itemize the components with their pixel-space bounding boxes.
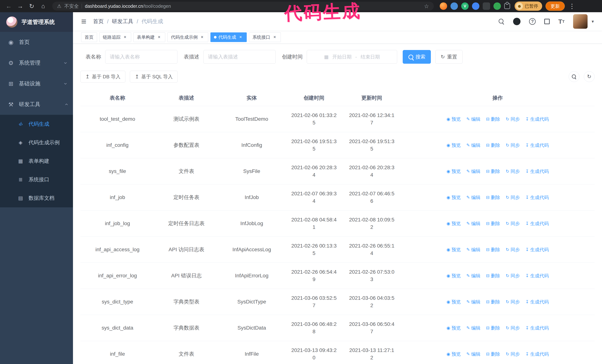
sidebar-item-system-api[interactable]: ≣ 系统接口 <box>0 170 73 189</box>
extension-icon-6[interactable] <box>494 2 501 10</box>
delete-link[interactable]: ⊟删除 <box>486 220 500 227</box>
preview-link[interactable]: ◉预览 <box>446 167 461 175</box>
breadcrumb-devtools[interactable]: 研发工具 <box>112 18 133 25</box>
delete-link[interactable]: ⊟删除 <box>486 324 500 332</box>
breadcrumb-home[interactable]: 首页 <box>93 18 104 25</box>
extension-icon-4[interactable] <box>472 2 479 10</box>
sidebar-item-infra[interactable]: ⊞ 基础设施 › <box>0 73 73 94</box>
address-bar[interactable]: ⚠ 不安全 dashboard.yudao.iocoder.cn/tool/co… <box>52 2 434 10</box>
extension-icon-1[interactable] <box>440 2 447 10</box>
preview-link[interactable]: ◉预览 <box>446 298 461 305</box>
security-label[interactable]: 不安全 <box>64 3 79 10</box>
generate-code-link[interactable]: ↧生成代码 <box>525 141 549 149</box>
edit-link[interactable]: ✎编辑 <box>466 167 480 175</box>
browser-menu-icon[interactable]: ⋮ <box>569 2 575 10</box>
generate-code-link[interactable]: ↧生成代码 <box>525 298 549 305</box>
edit-link[interactable]: ✎编辑 <box>466 194 480 201</box>
date-range-picker[interactable]: ▦ 开始日期 - 结束日期 <box>307 50 397 64</box>
sync-link[interactable]: ↻同步 <box>506 246 520 253</box>
edit-link[interactable]: ✎编辑 <box>466 324 480 332</box>
close-icon[interactable]: × <box>200 35 205 40</box>
sync-link[interactable]: ↻同步 <box>506 194 520 201</box>
preview-link[interactable]: ◉预览 <box>446 115 461 123</box>
hamburger-icon[interactable]: ≡ <box>81 17 86 26</box>
url-text[interactable]: dashboard.yudao.iocoder.cn/tool/codegen <box>85 3 171 9</box>
import-db-button[interactable]: ↥ 基于 DB 导入 <box>80 71 125 83</box>
generate-code-link[interactable]: ↧生成代码 <box>525 272 549 279</box>
sidebar-item-codegen[interactable]: ‹/› 代码生成 <box>0 115 73 133</box>
sidebar-item-db-doc[interactable]: ▤ 数据库文档 <box>0 189 73 207</box>
generate-code-link[interactable]: ↧生成代码 <box>525 324 549 332</box>
close-icon[interactable]: × <box>238 35 243 40</box>
help-icon[interactable]: ? <box>529 18 536 25</box>
browser-update-button[interactable]: 更新 <box>546 1 565 11</box>
preview-link[interactable]: ◉预览 <box>446 350 461 358</box>
preview-link[interactable]: ◉预览 <box>446 220 461 227</box>
extension-icon-3[interactable]: V <box>461 2 469 10</box>
delete-link[interactable]: ⊟删除 <box>486 246 500 253</box>
profile-paused-chip[interactable]: ☻ 已暂停 <box>515 1 542 11</box>
generate-code-link[interactable]: ↧生成代码 <box>525 350 549 358</box>
delete-link[interactable]: ⊟删除 <box>486 115 500 123</box>
sync-link[interactable]: ↻同步 <box>506 324 520 332</box>
browser-forward-icon[interactable]: → <box>15 1 25 11</box>
table-name-input[interactable] <box>105 50 177 64</box>
sync-link[interactable]: ↻同步 <box>506 272 520 279</box>
delete-link[interactable]: ⊟删除 <box>486 298 500 305</box>
sync-link[interactable]: ↻同步 <box>506 141 520 149</box>
delete-link[interactable]: ⊟删除 <box>486 350 500 358</box>
close-icon[interactable]: × <box>122 35 128 40</box>
bookmark-star-icon[interactable]: ☆ <box>424 3 429 10</box>
edit-link[interactable]: ✎编辑 <box>466 298 480 305</box>
generate-code-link[interactable]: ↧生成代码 <box>525 246 549 253</box>
user-avatar[interactable] <box>573 14 588 29</box>
delete-link[interactable]: ⊟删除 <box>486 141 500 149</box>
view-tab[interactable]: 首页 <box>81 32 97 42</box>
github-icon[interactable] <box>513 18 520 25</box>
fullscreen-icon[interactable] <box>544 19 550 24</box>
edit-link[interactable]: ✎编辑 <box>466 220 480 227</box>
sidebar-item-home[interactable]: ◉ 首页 <box>0 32 73 52</box>
sidebar-item-form-builder[interactable]: ▦ 表单构建 <box>0 152 73 170</box>
sync-link[interactable]: ↻同步 <box>506 167 520 175</box>
sidebar-item-codegen-example[interactable]: ◈ 代码生成示例 <box>0 133 73 152</box>
search-button[interactable]: 搜索 <box>403 50 431 64</box>
close-icon[interactable]: × <box>157 35 162 40</box>
view-tab[interactable]: 代码生成 × <box>210 32 247 42</box>
generate-code-link[interactable]: ↧生成代码 <box>525 115 549 123</box>
font-size-icon[interactable]: TT <box>558 18 565 25</box>
browser-back-icon[interactable]: ← <box>4 1 14 11</box>
view-tab[interactable]: 表单构建 × <box>133 32 165 42</box>
preview-link[interactable]: ◉预览 <box>446 324 461 332</box>
import-sql-button[interactable]: ↥ 基于 SQL 导入 <box>130 71 178 83</box>
extension-icon-5[interactable] <box>483 2 490 10</box>
avatar-caret-icon[interactable]: ▾ <box>592 19 594 24</box>
extensions-puzzle-icon[interactable] <box>504 3 510 9</box>
edit-link[interactable]: ✎编辑 <box>466 350 480 358</box>
sync-link[interactable]: ↻同步 <box>506 350 520 358</box>
extension-icon-2[interactable] <box>451 2 458 10</box>
toggle-search-button[interactable] <box>569 71 580 82</box>
generate-code-link[interactable]: ↧生成代码 <box>525 220 549 227</box>
view-tab[interactable]: 系统接口 × <box>249 32 281 42</box>
delete-link[interactable]: ⊟删除 <box>486 167 500 175</box>
close-icon[interactable]: × <box>272 35 277 40</box>
sidebar-item-devtools[interactable]: ⚒ 研发工具 › <box>0 94 73 115</box>
sync-link[interactable]: ↻同步 <box>506 115 520 123</box>
view-tab[interactable]: 代码生成示例 × <box>167 32 208 42</box>
edit-link[interactable]: ✎编辑 <box>466 272 480 279</box>
generate-code-link[interactable]: ↧生成代码 <box>525 167 549 175</box>
search-icon[interactable] <box>498 18 505 25</box>
generate-code-link[interactable]: ↧生成代码 <box>525 194 549 201</box>
preview-link[interactable]: ◉预览 <box>446 141 461 149</box>
edit-link[interactable]: ✎编辑 <box>466 141 480 149</box>
refresh-table-button[interactable]: ↻ <box>584 71 595 82</box>
reset-button[interactable]: ↻ 重置 <box>435 50 462 64</box>
browser-reload-icon[interactable]: ↻ <box>27 1 37 11</box>
delete-link[interactable]: ⊟删除 <box>486 272 500 279</box>
sidebar-logo[interactable]: 芋道管理系统 <box>0 12 73 32</box>
sync-link[interactable]: ↻同步 <box>506 298 520 305</box>
sync-link[interactable]: ↻同步 <box>506 220 520 227</box>
table-desc-input[interactable] <box>203 50 276 64</box>
preview-link[interactable]: ◉预览 <box>446 194 461 201</box>
